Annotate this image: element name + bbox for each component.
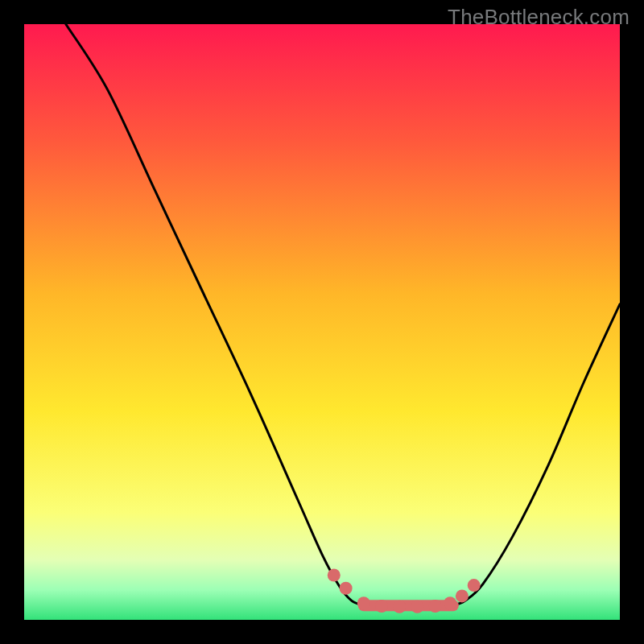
right-curve — [453, 304, 620, 605]
plot-area — [24, 24, 620, 620]
marker-dot — [393, 601, 406, 613]
marker-dot — [411, 601, 423, 613]
marker-dot — [444, 597, 456, 609]
marker-dot — [456, 589, 469, 602]
marker-dot — [328, 569, 341, 582]
marker-dot — [375, 600, 388, 613]
curve-layer — [24, 24, 620, 620]
chart-canvas: TheBottleneck.com — [0, 0, 644, 644]
marker-dot — [340, 582, 353, 595]
left-curve — [66, 24, 364, 605]
marker-dot — [468, 579, 481, 592]
marker-dot — [357, 597, 370, 609]
marker-dot — [429, 600, 442, 613]
watermark-text: TheBottleneck.com — [448, 5, 630, 30]
